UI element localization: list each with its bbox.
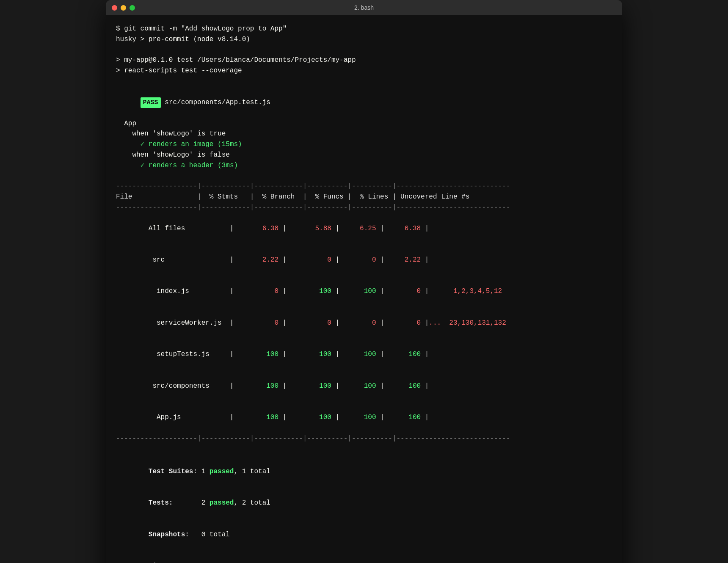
time-line: Time: 3.846s — [116, 550, 612, 563]
table-sep-3: --------------------|------------|------… — [116, 433, 612, 444]
summary-section: Test Suites: 1 passed, 1 total Tests: 2 … — [116, 456, 612, 563]
npm-test-line: > my-app@0.1.0 test /Users/blanca/Docume… — [116, 55, 612, 66]
row-src-components: src/components | 100 | 100 | 100 | 100 | — [116, 370, 612, 402]
tests-label: Tests: — [149, 499, 197, 507]
snapshots-label: Snapshots: — [149, 531, 197, 538]
when-true-line: when 'showLogo' is true — [116, 129, 612, 139]
pass-file: src/components/App.test.js — [161, 99, 270, 106]
row-src: src | 2.22 | 0 | 0 | 2.22 | — [116, 244, 612, 276]
react-scripts-line: > react-scripts test --coverage — [116, 66, 612, 76]
app-label-line: App — [116, 119, 612, 129]
row-index-js: index.js | 0 | 100 | 100 | 0 | 1,2,3,4,5… — [116, 276, 612, 307]
pass-line: PASS src/components/App.test.js — [116, 87, 612, 119]
test-suites-passed: passed — [210, 468, 234, 475]
renders-image-line: ✓ renders an image (15ms) — [116, 139, 612, 150]
git-commit-line: $ git commit -m "Add showLogo prop to Ap… — [116, 24, 612, 34]
traffic-lights — [112, 5, 135, 11]
close-button[interactable] — [112, 5, 117, 11]
tests-passed: passed — [210, 499, 234, 507]
pass-badge: PASS — [141, 97, 161, 108]
tests-line: Tests: 2 passed, 2 total — [116, 488, 612, 519]
row-all-files: All files | 6.38 | 5.88 | 6.25 | 6.38 | — [116, 213, 612, 244]
table-sep-1: --------------------|------------|------… — [116, 181, 612, 192]
window-title: 2. bash — [354, 4, 374, 11]
husky-line: husky > pre-commit (node v8.14.0) — [116, 34, 612, 45]
test-suites-line: Test Suites: 1 passed, 1 total — [116, 456, 612, 487]
terminal-body[interactable]: $ git commit -m "Add showLogo prop to Ap… — [106, 15, 622, 563]
table-sep-2: --------------------|------------|------… — [116, 202, 612, 213]
titlebar: 2. bash — [106, 0, 622, 15]
terminal-window: 2. bash $ git commit -m "Add showLogo pr… — [106, 0, 622, 563]
maximize-button[interactable] — [130, 5, 135, 11]
snapshots-line: Snapshots: 0 total — [116, 519, 612, 550]
row-app-js: App.js | 100 | 100 | 100 | 100 | — [116, 402, 612, 433]
row-service-worker: serviceWorker.js | 0 | 0 | 0 | 0 |... 23… — [116, 307, 612, 339]
minimize-button[interactable] — [121, 5, 126, 11]
row-setup-tests: setupTests.js | 100 | 100 | 100 | 100 | — [116, 339, 612, 370]
renders-header-line: ✓ renders a header (3ms) — [116, 160, 612, 171]
when-false-line: when 'showLogo' is false — [116, 150, 612, 160]
test-suites-label: Test Suites: — [149, 468, 197, 475]
table-header: File | % Stmts | % Branch | % Funcs | % … — [116, 192, 612, 202]
coverage-table: --------------------|------------|------… — [116, 181, 612, 444]
